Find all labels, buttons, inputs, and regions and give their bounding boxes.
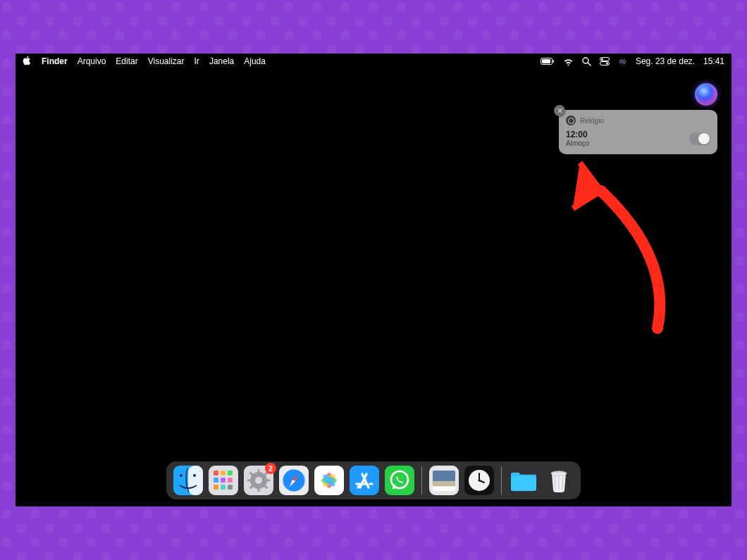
menubar-time[interactable]: 15:41: [703, 56, 724, 66]
svg-rect-51: [385, 466, 414, 495]
toggle-knob: [698, 133, 710, 144]
svg-rect-30: [266, 480, 270, 482]
dock-separator: [421, 466, 422, 494]
svg-rect-22: [221, 485, 226, 490]
notification-card[interactable]: ✕ Relógio 12:00 Almoço: [559, 110, 717, 154]
svg-point-61: [478, 479, 480, 481]
close-notification-button[interactable]: ✕: [554, 105, 565, 116]
svg-point-26: [255, 477, 262, 484]
dock-launchpad[interactable]: [209, 466, 238, 495]
dock-finder[interactable]: [173, 466, 203, 495]
dock-system-settings[interactable]: 2: [244, 466, 273, 495]
spotlight-icon[interactable]: [582, 57, 591, 66]
dock-preview-thumbnail[interactable]: [429, 466, 459, 495]
siri-icon[interactable]: [618, 57, 627, 66]
svg-rect-17: [228, 471, 233, 475]
svg-rect-2: [552, 60, 554, 63]
wifi-icon[interactable]: [563, 58, 574, 66]
macos-desktop: Finder Arquivo Editar Visualizar Ir Jane…: [16, 54, 731, 506]
settings-badge: 2: [265, 463, 276, 474]
svg-line-4: [588, 63, 591, 66]
svg-point-8: [606, 63, 608, 65]
menu-visualizar[interactable]: Visualizar: [148, 56, 185, 66]
control-center-icon[interactable]: [600, 57, 610, 66]
dock-safari[interactable]: [279, 466, 309, 495]
alarm-time: 12:00: [566, 130, 689, 139]
svg-rect-11: [188, 466, 203, 495]
menu-ir[interactable]: Ir: [195, 56, 199, 66]
svg-line-50: [358, 486, 359, 487]
dock: 2: [166, 461, 581, 499]
dock-whatsapp[interactable]: [385, 466, 414, 495]
annotation-arrow: [534, 152, 689, 335]
svg-point-13: [193, 474, 196, 477]
dock-downloads-folder[interactable]: [509, 466, 538, 495]
menu-bar: Finder Arquivo Editar Visualizar Ir Jane…: [16, 54, 731, 69]
menu-arquivo[interactable]: Arquivo: [78, 56, 106, 66]
svg-point-12: [180, 474, 183, 477]
svg-rect-29: [247, 480, 251, 482]
notification-app-name: Relógio: [580, 117, 604, 125]
svg-rect-21: [214, 485, 218, 490]
menu-editar[interactable]: Editar: [116, 56, 137, 66]
svg-rect-27: [258, 469, 260, 473]
dock-photos[interactable]: [314, 466, 344, 495]
active-app-name[interactable]: Finder: [42, 56, 68, 66]
menubar-date[interactable]: Seg. 23 de dez.: [636, 56, 695, 66]
battery-icon[interactable]: [541, 58, 555, 66]
dock-clock-app[interactable]: [464, 466, 494, 495]
svg-rect-1: [542, 59, 550, 63]
menu-janela[interactable]: Janela: [209, 56, 234, 66]
svg-rect-18: [214, 478, 218, 483]
svg-rect-28: [258, 488, 260, 492]
dock-app-store[interactable]: [350, 466, 379, 495]
svg-rect-56: [433, 487, 455, 491]
svg-rect-15: [214, 471, 218, 475]
alarm-toggle[interactable]: [689, 132, 710, 145]
dock-separator: [501, 466, 502, 494]
apple-menu-icon[interactable]: [23, 56, 32, 67]
svg-point-6: [601, 58, 603, 61]
svg-rect-55: [433, 481, 455, 486]
svg-rect-19: [221, 478, 226, 483]
menu-ajuda[interactable]: Ajuda: [244, 56, 266, 66]
svg-rect-23: [228, 485, 233, 490]
siri-orb[interactable]: [695, 83, 717, 106]
svg-rect-20: [228, 478, 233, 483]
dock-trash[interactable]: [544, 466, 574, 495]
close-icon: ✕: [557, 107, 563, 115]
svg-rect-16: [221, 471, 226, 475]
alarm-label: Almoço: [566, 139, 689, 147]
clock-app-icon: [566, 116, 576, 125]
